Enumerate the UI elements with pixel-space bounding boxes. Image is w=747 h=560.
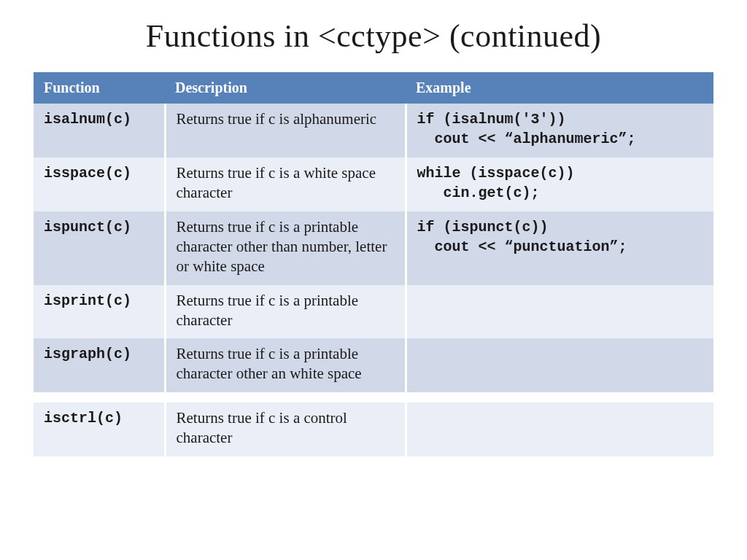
slide: Functions in <cctype> (continued) Functi… xyxy=(0,0,747,456)
functions-table: Function Description Example isalnum(c) … xyxy=(34,72,713,456)
slide-title: Functions in <cctype> (continued) xyxy=(34,18,713,55)
header-example: Example xyxy=(406,72,713,104)
cell-function: isprint(c) xyxy=(34,285,165,339)
cell-example: while (isspace(c)) cin.get(c); xyxy=(406,158,713,211)
cell-description: Returns true if c is a white space chara… xyxy=(165,158,406,211)
cell-description: Returns true if c is alphanumeric xyxy=(165,104,406,158)
header-description: Description xyxy=(165,72,406,104)
cell-function: isctrl(c) xyxy=(34,402,165,456)
cell-example: if (ispunct(c)) cout << “punctuation”; xyxy=(406,211,713,285)
cell-example xyxy=(406,338,713,392)
cell-description: Returns true if c is a printable charact… xyxy=(165,285,406,339)
table-row: isspace(c) Returns true if c is a white … xyxy=(34,158,713,211)
cell-example: if (isalnum('3')) cout << “alphanumeric”… xyxy=(406,104,713,158)
table-row: isprint(c) Returns true if c is a printa… xyxy=(34,285,713,339)
cell-function: isspace(c) xyxy=(34,158,165,211)
table-row: ispunct(c) Returns true if c is a printa… xyxy=(34,211,713,285)
table-row: isctrl(c) Returns true if c is a control… xyxy=(34,402,713,456)
table-row: isalnum(c) Returns true if c is alphanum… xyxy=(34,104,713,158)
table-row: isgraph(c) Returns true if c is a printa… xyxy=(34,338,713,392)
table-header-row: Function Description Example xyxy=(34,72,713,104)
cell-description: Returns true if c is a control character xyxy=(165,402,406,456)
header-function: Function xyxy=(34,72,165,104)
cell-example xyxy=(406,285,713,339)
cell-function: isalnum(c) xyxy=(34,104,165,158)
cell-function: ispunct(c) xyxy=(34,211,165,285)
cell-function: isgraph(c) xyxy=(34,338,165,392)
cell-description: Returns true if c is a printable charact… xyxy=(165,338,406,392)
table-spacer xyxy=(34,392,713,402)
cell-example xyxy=(406,402,713,456)
cell-description: Returns true if c is a printable charact… xyxy=(165,211,406,285)
